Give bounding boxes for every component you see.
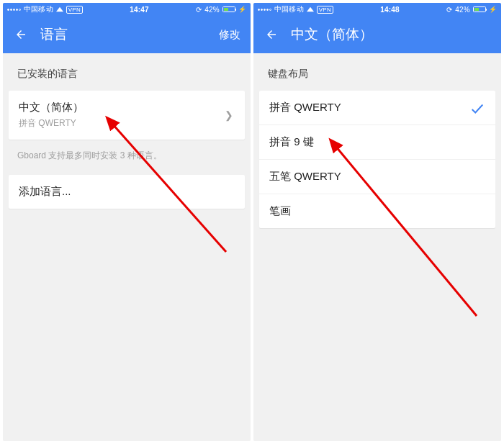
- phone-left: 中国移动 VPN 14:47 ⟳ 42% ⚡ 语言 修改 已安装的语言: [3, 3, 251, 441]
- charging-icon: ⚡: [489, 6, 497, 13]
- phone-right: 中国移动 VPN 14:48 ⟳ 42% ⚡ 中文（简体） 键盘布局 拼音 Q: [253, 3, 501, 441]
- language-layout: 拼音 QWERTY: [19, 117, 223, 130]
- back-button[interactable]: [13, 27, 29, 42]
- layout-label: 拼音 9 键: [269, 135, 485, 149]
- language-row-chinese-simplified[interactable]: 中文（简体） 拼音 QWERTY ❯: [9, 91, 245, 140]
- keyboard-layouts-card: 拼音 QWERTY 拼音 9 键 五笔 QWERTY 笔画: [259, 91, 495, 228]
- add-language-row[interactable]: 添加语言...: [9, 175, 245, 209]
- clock: 14:48: [333, 6, 446, 14]
- add-language-label: 添加语言...: [19, 185, 235, 199]
- chevron-right-icon: ❯: [223, 109, 235, 121]
- refresh-icon: ⟳: [446, 6, 452, 14]
- battery-icon: [222, 6, 235, 12]
- installed-languages-card: 中文（简体） 拼音 QWERTY ❯: [9, 91, 245, 140]
- page-title: 中文（简体）: [291, 25, 491, 44]
- arrow-left-icon: [14, 28, 27, 41]
- section-layout-label: 键盘布局: [253, 53, 501, 91]
- layout-row-pinyin-9key[interactable]: 拼音 9 键: [259, 125, 495, 160]
- clock: 14:47: [83, 6, 196, 14]
- page-title: 语言: [40, 25, 219, 44]
- carrier-label: 中国移动: [24, 4, 53, 14]
- layout-label: 拼音 QWERTY: [269, 101, 485, 114]
- refresh-icon: ⟳: [196, 6, 202, 14]
- edit-button[interactable]: 修改: [219, 28, 240, 42]
- charging-icon: ⚡: [238, 6, 246, 13]
- wifi-icon: [56, 7, 63, 12]
- layout-label: 五笔 QWERTY: [269, 170, 485, 184]
- wifi-icon: [307, 7, 314, 12]
- section-installed-label: 已安装的语言: [3, 53, 251, 91]
- signal-icon: [7, 9, 21, 11]
- vpn-badge: VPN: [317, 6, 333, 14]
- layout-row-pinyin-qwerty[interactable]: 拼音 QWERTY: [259, 91, 495, 125]
- add-language-card: 添加语言...: [9, 175, 245, 209]
- appbar: 中文（简体）: [253, 16, 501, 53]
- check-icon: [469, 101, 485, 119]
- battery-percent: 42%: [204, 6, 220, 14]
- signal-icon: [258, 9, 271, 11]
- vpn-badge: VPN: [66, 6, 83, 14]
- appbar: 语言 修改: [3, 16, 251, 53]
- status-bar: 中国移动 VPN 14:47 ⟳ 42% ⚡: [3, 3, 251, 16]
- battery-percent: 42%: [455, 6, 470, 14]
- arrow-left-icon: [265, 28, 278, 41]
- back-button[interactable]: [264, 27, 279, 42]
- layout-row-wubi-qwerty[interactable]: 五笔 QWERTY: [259, 160, 495, 194]
- layout-row-bihua[interactable]: 笔画: [259, 194, 495, 228]
- battery-icon: [473, 6, 486, 12]
- status-bar: 中国移动 VPN 14:48 ⟳ 42% ⚡: [253, 3, 501, 16]
- carrier-label: 中国移动: [274, 4, 304, 14]
- layout-label: 笔画: [269, 204, 485, 218]
- language-name: 中文（简体）: [19, 101, 223, 114]
- max-languages-note: Gboard 支持最多同时安装 3 种语言。: [3, 140, 251, 175]
